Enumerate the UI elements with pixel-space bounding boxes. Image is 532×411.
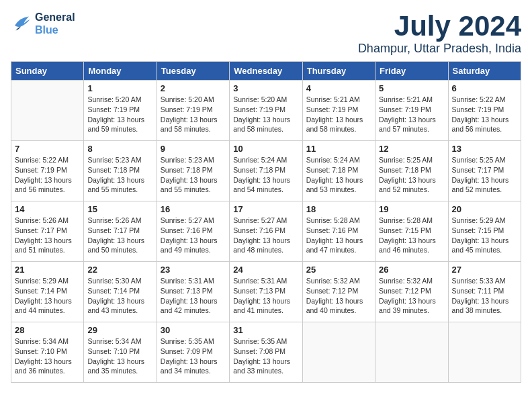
logo: General Blue: [11, 11, 75, 36]
week-row-3: 14Sunrise: 5:26 AM Sunset: 7:17 PM Dayli…: [11, 201, 521, 262]
day-number: 7: [15, 144, 80, 154]
calendar-title: July 2024: [358, 11, 521, 42]
day-number: 28: [15, 325, 80, 335]
day-info: Sunrise: 5:28 AM Sunset: 7:16 PM Dayligh…: [306, 216, 371, 255]
calendar-cell: 22Sunrise: 5:30 AM Sunset: 7:14 PM Dayli…: [84, 262, 157, 322]
day-info: Sunrise: 5:29 AM Sunset: 7:15 PM Dayligh…: [452, 216, 517, 255]
day-number: 12: [379, 144, 444, 154]
calendar-cell: [375, 322, 448, 383]
calendar-cell: 6Sunrise: 5:22 AM Sunset: 7:19 PM Daylig…: [448, 81, 521, 141]
day-info: Sunrise: 5:20 AM Sunset: 7:19 PM Dayligh…: [87, 95, 152, 134]
day-number: 11: [306, 144, 371, 154]
day-number: 15: [87, 204, 152, 214]
day-number: 14: [15, 204, 80, 214]
calendar-cell: 9Sunrise: 5:23 AM Sunset: 7:18 PM Daylig…: [157, 141, 229, 201]
day-number: 13: [452, 144, 517, 154]
day-number: 22: [87, 265, 152, 275]
calendar-cell: 27Sunrise: 5:33 AM Sunset: 7:11 PM Dayli…: [448, 262, 521, 322]
day-info: Sunrise: 5:35 AM Sunset: 7:08 PM Dayligh…: [233, 336, 298, 376]
header-row: SundayMondayTuesdayWednesdayThursdayFrid…: [11, 62, 521, 81]
calendar-cell: 8Sunrise: 5:23 AM Sunset: 7:18 PM Daylig…: [84, 141, 157, 201]
day-number: 2: [161, 83, 226, 93]
calendar-cell: 12Sunrise: 5:25 AM Sunset: 7:18 PM Dayli…: [375, 141, 448, 201]
day-info: Sunrise: 5:26 AM Sunset: 7:17 PM Dayligh…: [15, 216, 80, 255]
day-info: Sunrise: 5:20 AM Sunset: 7:19 PM Dayligh…: [161, 95, 226, 134]
day-number: 24: [233, 265, 298, 275]
calendar-cell: 17Sunrise: 5:27 AM Sunset: 7:16 PM Dayli…: [230, 201, 302, 262]
column-header-thursday: Thursday: [302, 62, 375, 81]
calendar-cell: 5Sunrise: 5:21 AM Sunset: 7:19 PM Daylig…: [375, 81, 448, 141]
day-info: Sunrise: 5:24 AM Sunset: 7:18 PM Dayligh…: [306, 155, 371, 195]
day-info: Sunrise: 5:32 AM Sunset: 7:12 PM Dayligh…: [379, 276, 444, 316]
day-info: Sunrise: 5:31 AM Sunset: 7:13 PM Dayligh…: [233, 276, 298, 316]
day-number: 1: [87, 83, 152, 93]
day-number: 6: [452, 83, 517, 93]
day-number: 5: [379, 83, 444, 93]
day-number: 20: [452, 204, 517, 214]
day-info: Sunrise: 5:32 AM Sunset: 7:12 PM Dayligh…: [306, 276, 371, 316]
calendar-cell: 4Sunrise: 5:21 AM Sunset: 7:19 PM Daylig…: [302, 81, 375, 141]
calendar-cell: 3Sunrise: 5:20 AM Sunset: 7:19 PM Daylig…: [230, 81, 302, 141]
week-row-5: 28Sunrise: 5:34 AM Sunset: 7:10 PM Dayli…: [11, 322, 521, 383]
day-info: Sunrise: 5:25 AM Sunset: 7:18 PM Dayligh…: [379, 155, 444, 195]
day-info: Sunrise: 5:25 AM Sunset: 7:17 PM Dayligh…: [452, 155, 517, 195]
day-info: Sunrise: 5:26 AM Sunset: 7:17 PM Dayligh…: [87, 216, 152, 255]
calendar-cell: 14Sunrise: 5:26 AM Sunset: 7:17 PM Dayli…: [11, 201, 84, 262]
day-info: Sunrise: 5:31 AM Sunset: 7:13 PM Dayligh…: [161, 276, 226, 316]
calendar-cell: 23Sunrise: 5:31 AM Sunset: 7:13 PM Dayli…: [157, 262, 229, 322]
day-info: Sunrise: 5:23 AM Sunset: 7:18 PM Dayligh…: [87, 155, 152, 195]
calendar-cell: 30Sunrise: 5:35 AM Sunset: 7:09 PM Dayli…: [157, 322, 229, 383]
calendar-cell: 26Sunrise: 5:32 AM Sunset: 7:12 PM Dayli…: [375, 262, 448, 322]
day-info: Sunrise: 5:35 AM Sunset: 7:09 PM Dayligh…: [161, 336, 226, 376]
calendar-cell: 18Sunrise: 5:28 AM Sunset: 7:16 PM Dayli…: [302, 201, 375, 262]
day-number: 8: [87, 144, 152, 154]
day-number: 3: [233, 83, 298, 93]
column-header-monday: Monday: [84, 62, 157, 81]
logo-icon: [11, 15, 31, 32]
column-header-wednesday: Wednesday: [230, 62, 302, 81]
day-info: Sunrise: 5:24 AM Sunset: 7:18 PM Dayligh…: [233, 155, 298, 195]
day-info: Sunrise: 5:22 AM Sunset: 7:19 PM Dayligh…: [15, 155, 80, 195]
calendar-cell: 25Sunrise: 5:32 AM Sunset: 7:12 PM Dayli…: [302, 262, 375, 322]
calendar-cell: 28Sunrise: 5:34 AM Sunset: 7:10 PM Dayli…: [11, 322, 84, 383]
calendar-cell: 13Sunrise: 5:25 AM Sunset: 7:17 PM Dayli…: [448, 141, 521, 201]
day-number: 25: [306, 265, 371, 275]
logo-text: General Blue: [35, 11, 75, 36]
day-number: 31: [233, 325, 298, 335]
day-info: Sunrise: 5:27 AM Sunset: 7:16 PM Dayligh…: [233, 216, 298, 255]
column-header-tuesday: Tuesday: [157, 62, 229, 81]
day-number: 16: [161, 204, 226, 214]
calendar-cell: 7Sunrise: 5:22 AM Sunset: 7:19 PM Daylig…: [11, 141, 84, 201]
calendar-cell: 15Sunrise: 5:26 AM Sunset: 7:17 PM Dayli…: [84, 201, 157, 262]
column-header-saturday: Saturday: [448, 62, 521, 81]
day-info: Sunrise: 5:23 AM Sunset: 7:18 PM Dayligh…: [161, 155, 226, 195]
day-number: 26: [379, 265, 444, 275]
day-number: 4: [306, 83, 371, 93]
day-number: 19: [379, 204, 444, 214]
page-header: General Blue July 2024 Dhampur, Uttar Pr…: [11, 11, 521, 56]
calendar-cell: 1Sunrise: 5:20 AM Sunset: 7:19 PM Daylig…: [84, 81, 157, 141]
calendar-cell: 21Sunrise: 5:29 AM Sunset: 7:14 PM Dayli…: [11, 262, 84, 322]
day-number: 9: [161, 144, 226, 154]
calendar-cell: 2Sunrise: 5:20 AM Sunset: 7:19 PM Daylig…: [157, 81, 229, 141]
day-number: 18: [306, 204, 371, 214]
day-info: Sunrise: 5:34 AM Sunset: 7:10 PM Dayligh…: [87, 336, 152, 376]
calendar-cell: [11, 81, 84, 141]
calendar-cell: 31Sunrise: 5:35 AM Sunset: 7:08 PM Dayli…: [230, 322, 302, 383]
calendar-cell: 24Sunrise: 5:31 AM Sunset: 7:13 PM Dayli…: [230, 262, 302, 322]
calendar-cell: 20Sunrise: 5:29 AM Sunset: 7:15 PM Dayli…: [448, 201, 521, 262]
day-info: Sunrise: 5:33 AM Sunset: 7:11 PM Dayligh…: [452, 276, 517, 316]
calendar-cell: 19Sunrise: 5:28 AM Sunset: 7:15 PM Dayli…: [375, 201, 448, 262]
day-number: 23: [161, 265, 226, 275]
calendar-subtitle: Dhampur, Uttar Pradesh, India: [358, 42, 521, 56]
week-row-2: 7Sunrise: 5:22 AM Sunset: 7:19 PM Daylig…: [11, 141, 521, 201]
day-info: Sunrise: 5:20 AM Sunset: 7:19 PM Dayligh…: [233, 95, 298, 134]
day-number: 21: [15, 265, 80, 275]
calendar-cell: 16Sunrise: 5:27 AM Sunset: 7:16 PM Dayli…: [157, 201, 229, 262]
calendar-cell: [448, 322, 521, 383]
calendar-cell: [302, 322, 375, 383]
day-number: 17: [233, 204, 298, 214]
day-info: Sunrise: 5:34 AM Sunset: 7:10 PM Dayligh…: [15, 336, 80, 376]
calendar-table: SundayMondayTuesdayWednesdayThursdayFrid…: [11, 61, 521, 383]
day-number: 27: [452, 265, 517, 275]
